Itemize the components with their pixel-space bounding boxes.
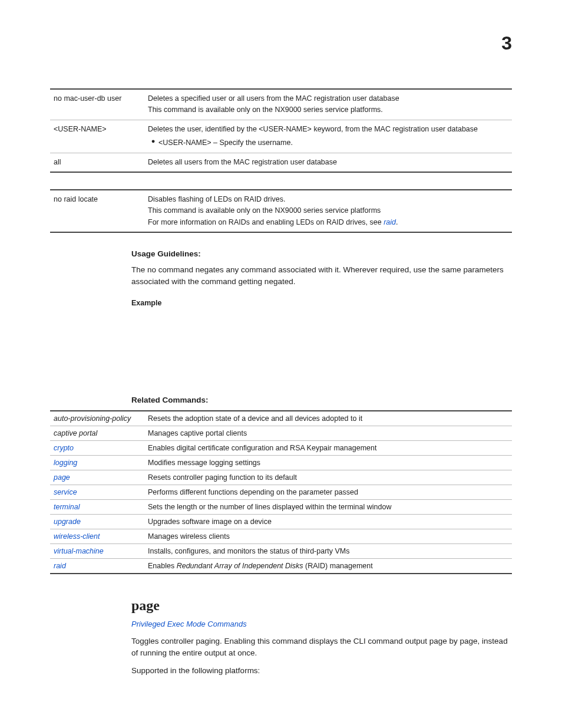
page-section: page Privileged Exec Mode Commands Toggl… (131, 598, 512, 677)
table-row: <USER-NAME> Deletes the user, identified… (50, 120, 512, 153)
cmd-cell: virtual-machine (50, 543, 144, 558)
bullet-text: <USER-NAME> – Specify the username. (158, 137, 506, 149)
text-span: (RAID) management (303, 562, 373, 570)
command-table-2: no raid locate Disables flashing of LEDs… (50, 189, 512, 233)
main-content: no mac-user-db user Deletes a specified … (50, 35, 512, 677)
usage-block: Usage Guidelines: The no command negates… (131, 249, 512, 404)
table-row: raid Enables Redundant Array of Independ… (50, 558, 512, 574)
privileged-exec-link[interactable]: Privileged Exec Mode Commands (131, 620, 247, 628)
raid-link[interactable]: raid (384, 218, 396, 226)
command-table-1: no mac-user-db user Deletes a specified … (50, 88, 512, 173)
crypto-link[interactable]: crypto (54, 444, 74, 452)
page-link[interactable]: page (54, 473, 70, 482)
desc-cell: Deletes the user, identified by the <USE… (144, 120, 512, 153)
desc-cell: Sets the length or the number of lines d… (144, 499, 512, 514)
desc-line: Deletes all users from the MAC registrat… (148, 157, 506, 168)
table-row: all Deletes all users from the MAC regis… (50, 153, 512, 172)
virtual-machine-link[interactable]: virtual-machine (54, 547, 104, 555)
cmd-cell: wireless-client (50, 529, 144, 543)
usage-body: The no command negates any command assoc… (131, 264, 512, 288)
bullet-icon: ● (148, 137, 158, 145)
desc-cell: Enables digital certificate configuratio… (144, 440, 512, 455)
related-heading: Related Commands: (131, 396, 512, 404)
table-row: captive portal Manages captive portal cl… (50, 426, 512, 440)
desc-line: Deletes a specified user or all users fr… (148, 93, 506, 104)
text-italic: Redundant Array of Independent Disks (177, 562, 303, 570)
related-commands-table: auto-provisioning-policy Resets the adop… (50, 410, 512, 574)
page-body-1: Toggles controller paging. Enabling this… (131, 635, 512, 660)
desc-cell: Upgrades software image on a device (144, 514, 512, 529)
desc-cell: Modifies message logging settings (144, 455, 512, 470)
terminal-link[interactable]: terminal (54, 503, 80, 511)
cmd-cell: crypto (50, 440, 144, 455)
desc-line: This command is available only on the NX… (148, 205, 506, 216)
desc-cell: Disables flashing of LEDs on RAID drives… (144, 190, 512, 232)
text-span: Enables (148, 562, 177, 570)
desc-cell: Deletes all users from the MAC registrat… (144, 153, 512, 172)
table-row: no raid locate Disables flashing of LEDs… (50, 190, 512, 232)
example-heading: Example (131, 299, 512, 307)
bullet-item: ● <USER-NAME> – Specify the username. (148, 137, 506, 149)
desc-line: This command is available only on the NX… (148, 104, 506, 116)
table-row: no mac-user-db user Deletes a specified … (50, 89, 512, 120)
desc-cell: Installs, configures, and monitors the s… (144, 543, 512, 558)
desc-cell: Deletes a specified user or all users fr… (144, 89, 512, 120)
cmd-cell: <USER-NAME> (50, 120, 144, 153)
cmd-cell: auto-provisioning-policy (50, 411, 144, 426)
desc-cell: Performs different functions depending o… (144, 485, 512, 499)
cmd-cell: no mac-user-db user (50, 89, 144, 120)
logging-link[interactable]: logging (54, 459, 77, 467)
desc-cell: Manages wireless clients (144, 529, 512, 543)
text-span: For more information on RAIDs and enabli… (148, 218, 384, 226)
desc-cell: Resets controller paging function to its… (144, 470, 512, 485)
cmd-cell: captive portal (50, 426, 144, 440)
page-body-2: Supported in the following platforms: (131, 665, 512, 677)
wireless-client-link[interactable]: wireless-client (54, 532, 100, 541)
text-span: . (396, 218, 398, 226)
upgrade-link[interactable]: upgrade (54, 518, 81, 526)
page-heading: page (131, 598, 512, 614)
cmd-cell: upgrade (50, 514, 144, 529)
desc-line: Disables flashing of LEDs on RAID drives… (148, 194, 506, 205)
desc-line: Deletes the user, identified by the <USE… (148, 124, 506, 135)
page-number: 3 (501, 32, 512, 54)
cmd-cell: raid (50, 558, 144, 574)
desc-cell: Manages captive portal clients (144, 426, 512, 440)
service-link[interactable]: service (54, 488, 77, 496)
desc-line: For more information on RAIDs and enabli… (148, 217, 506, 228)
table-row: terminal Sets the length or the number o… (50, 499, 512, 514)
desc-cell: Resets the adoption state of a device an… (144, 411, 512, 426)
table-row: service Performs different functions dep… (50, 485, 512, 499)
table-row: page Resets controller paging function t… (50, 470, 512, 485)
cmd-cell: page (50, 470, 144, 485)
cmd-cell: all (50, 153, 144, 172)
table-row: virtual-machine Installs, configures, an… (50, 543, 512, 558)
table-row: wireless-client Manages wireless clients (50, 529, 512, 543)
cmd-cell: service (50, 485, 144, 499)
cmd-cell: logging (50, 455, 144, 470)
cmd-cell: terminal (50, 499, 144, 514)
cmd-cell: no raid locate (50, 190, 144, 232)
table-row: logging Modifies message logging setting… (50, 455, 512, 470)
raid-link[interactable]: raid (54, 562, 66, 570)
table-row: auto-provisioning-policy Resets the adop… (50, 411, 512, 426)
table-row: crypto Enables digital certificate confi… (50, 440, 512, 455)
desc-cell: Enables Redundant Array of Independent D… (144, 558, 512, 574)
usage-heading: Usage Guidelines: (131, 249, 512, 258)
table-row: upgrade Upgrades software image on a dev… (50, 514, 512, 529)
